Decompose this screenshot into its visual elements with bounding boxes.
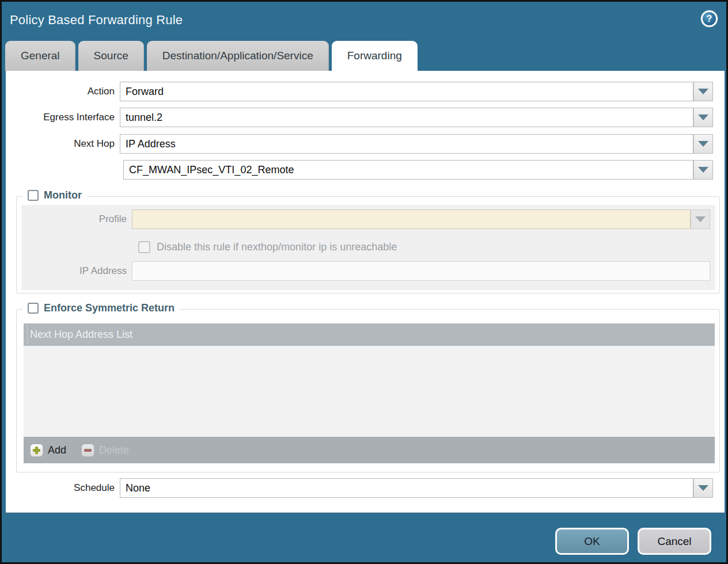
chevron-down-icon xyxy=(698,167,708,173)
egress-interface-value: tunnel.2 xyxy=(126,112,162,124)
profile-select xyxy=(132,209,691,229)
tab-forwarding[interactable]: Forwarding xyxy=(332,41,418,71)
add-icon xyxy=(30,444,43,457)
action-row: Action Forward xyxy=(6,82,713,101)
action-value: Forward xyxy=(126,86,164,98)
profile-row: Profile xyxy=(21,209,710,229)
disable-rule-row: Disable this rule if nexthop/monitor ip … xyxy=(138,237,397,257)
dialog-title: Policy Based Forwarding Rule xyxy=(10,13,183,28)
monitor-ip-address-label: IP Address xyxy=(21,265,132,277)
action-select[interactable]: Forward xyxy=(120,82,693,101)
next-hop-address-list-table: Next Hop Address List Add Delete xyxy=(24,323,715,463)
monitor-legend-label: Monitor xyxy=(44,189,82,201)
chevron-down-icon xyxy=(698,89,708,94)
schedule-value: None xyxy=(126,482,150,494)
table-toolbar: Add Delete xyxy=(24,437,715,463)
next-hop-select[interactable]: IP Address xyxy=(120,134,693,154)
help-icon[interactable]: ? xyxy=(701,10,718,27)
delete-button: Delete xyxy=(81,444,129,457)
symmetric-return-checkbox[interactable] xyxy=(28,303,39,314)
chevron-down-icon xyxy=(695,216,706,222)
add-button[interactable]: Add xyxy=(30,444,66,457)
symmetric-return-legend-label: Enforce Symmetric Return xyxy=(44,302,175,314)
egress-interface-label: Egress Interface xyxy=(6,112,120,123)
egress-interface-select[interactable]: tunnel.2 xyxy=(120,108,693,127)
monitor-disabled-panel: Profile Disable this rule if nexthop/mon… xyxy=(21,205,715,290)
egress-interface-row: Egress Interface tunnel.2 xyxy=(6,108,713,127)
next-hop-row: Next Hop IP Address xyxy=(6,134,713,154)
delete-button-label: Delete xyxy=(99,444,129,456)
schedule-row: Schedule None xyxy=(6,478,713,498)
chevron-down-icon xyxy=(698,141,708,147)
tab-bar: General Source Destination/Application/S… xyxy=(5,41,723,71)
forwarding-panel: Action Forward Egress Interface tunnel.2… xyxy=(6,71,725,513)
schedule-select[interactable]: None xyxy=(120,478,693,498)
tab-general[interactable]: General xyxy=(5,41,75,71)
egress-interface-dropdown-button[interactable] xyxy=(693,108,713,127)
profile-label: Profile xyxy=(21,214,132,225)
chevron-down-icon xyxy=(698,485,708,491)
symmetric-return-legend: Enforce Symmetric Return xyxy=(22,302,180,314)
next-hop-address-list-header-label: Next Hop Address List xyxy=(30,329,132,341)
add-button-label: Add xyxy=(48,444,66,456)
next-hop-address-select[interactable]: CF_MWAN_IPsec_VTI_02_Remote xyxy=(123,160,693,180)
next-hop-address-list-header[interactable]: Next Hop Address List xyxy=(24,323,715,346)
monitor-legend: Monitor xyxy=(22,189,87,201)
next-hop-address-value: CF_MWAN_IPsec_VTI_02_Remote xyxy=(129,164,294,176)
disable-rule-label: Disable this rule if nexthop/monitor ip … xyxy=(150,241,397,253)
dialog-titlebar: Policy Based Forwarding Rule ? xyxy=(2,2,726,37)
action-dropdown-button[interactable] xyxy=(693,82,713,101)
pbf-rule-dialog: Policy Based Forwarding Rule ? General S… xyxy=(0,0,728,564)
monitor-checkbox[interactable] xyxy=(28,190,39,201)
monitor-fieldset: Monitor Profile Disable this rule if n xyxy=(16,196,720,294)
symmetric-return-fieldset: Enforce Symmetric Return Next Hop Addres… xyxy=(16,309,720,472)
delete-icon xyxy=(81,444,94,457)
next-hop-value: IP Address xyxy=(126,138,176,150)
cancel-button[interactable]: Cancel xyxy=(638,528,711,555)
next-hop-dropdown-button[interactable] xyxy=(693,134,713,154)
schedule-dropdown-button[interactable] xyxy=(693,478,713,498)
next-hop-address-dropdown-button[interactable] xyxy=(693,160,713,180)
next-hop-address-row: CF_MWAN_IPsec_VTI_02_Remote xyxy=(6,160,713,180)
tab-source[interactable]: Source xyxy=(78,41,144,71)
ok-button[interactable]: OK xyxy=(555,528,629,555)
profile-dropdown-button xyxy=(691,209,710,229)
action-label: Action xyxy=(6,86,120,97)
schedule-label: Schedule xyxy=(6,482,120,494)
disable-rule-checkbox xyxy=(138,241,150,253)
chevron-down-icon xyxy=(698,115,708,120)
tab-destination-application-service[interactable]: Destination/Application/Service xyxy=(147,41,329,71)
next-hop-label: Next Hop xyxy=(6,138,120,150)
monitor-ip-address-row: IP Address xyxy=(21,261,710,281)
monitor-ip-address-input xyxy=(132,261,710,281)
next-hop-address-list-body[interactable] xyxy=(24,346,715,437)
